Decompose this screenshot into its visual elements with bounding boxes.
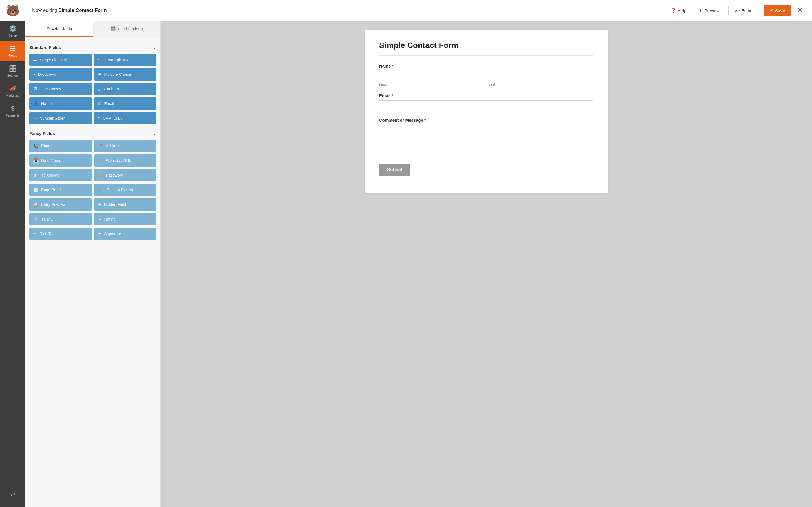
sidebar-item-settings[interactable]: 🎛️ Settings bbox=[0, 61, 26, 81]
embed-label: Embed bbox=[741, 8, 755, 13]
rich-text-icon: ✏ bbox=[33, 231, 37, 236]
sidebar-label-marketing: Marketing bbox=[6, 94, 19, 97]
payments-icon: $ bbox=[11, 105, 14, 112]
field-btn-name[interactable]: 👤 Name bbox=[29, 98, 92, 110]
tab-field-options[interactable]: 🎛️ Field Options bbox=[93, 21, 161, 37]
fields-scroll[interactable]: Standard Fields ⌄ ▬ Single Line Text ¶ P… bbox=[26, 38, 160, 507]
rich-text-label: Rich Text bbox=[40, 231, 56, 236]
sidebar-item-setup[interactable]: ⚙️ Setup bbox=[0, 21, 26, 41]
single-line-text-icon: ▬ bbox=[33, 57, 38, 62]
logo-bear-icon: 🐻 bbox=[6, 4, 19, 17]
field-btn-entry-preview[interactable]: 📋 Entry Preview bbox=[29, 198, 92, 211]
last-name-field: Last bbox=[489, 71, 594, 87]
single-line-text-label: Single Line Text bbox=[40, 58, 68, 62]
field-btn-rich-text[interactable]: ✏ Rich Text bbox=[29, 228, 92, 240]
address-label: Address bbox=[106, 144, 120, 148]
field-btn-number-slider[interactable]: ⇔ Number Slider bbox=[29, 112, 92, 124]
email-label: Email bbox=[104, 101, 114, 106]
field-btn-password[interactable]: 🔒 Password bbox=[94, 169, 157, 181]
name-row: First Last bbox=[379, 71, 594, 87]
field-btn-hidden-field[interactable]: ◈ Hidden Field bbox=[94, 198, 157, 211]
phone-label: Phone bbox=[41, 144, 52, 148]
html-label: HTML bbox=[42, 217, 53, 221]
comment-field-label: Comment or Message * bbox=[379, 118, 594, 122]
field-btn-captcha[interactable]: ? CAPTCHA bbox=[94, 112, 157, 124]
multiple-choice-label: Multiple Choice bbox=[104, 72, 132, 76]
form-divider bbox=[379, 55, 594, 56]
name-field-label: Name * bbox=[379, 64, 594, 68]
captcha-icon: ? bbox=[98, 116, 100, 121]
comment-textarea[interactable] bbox=[379, 125, 594, 153]
last-name-input[interactable] bbox=[489, 71, 594, 81]
standard-fields-toggle[interactable]: ⌄ bbox=[152, 44, 156, 50]
form-field-name: Name * First Last bbox=[379, 64, 594, 87]
field-btn-email[interactable]: ✉ Email bbox=[94, 98, 157, 110]
form-card: Simple Contact Form Name * First bbox=[365, 30, 608, 193]
preview-label: Preview bbox=[704, 8, 719, 13]
field-btn-html[interactable]: </> HTML bbox=[29, 213, 92, 225]
editing-label: Now editing Simple Contact Form bbox=[32, 8, 663, 13]
number-slider-icon: ⇔ bbox=[33, 116, 37, 121]
editing-prefix: Now editing bbox=[32, 8, 59, 13]
preview-button[interactable]: 👁 Preview bbox=[693, 6, 725, 15]
paragraph-text-label: Paragraph Text bbox=[103, 58, 130, 62]
field-btn-date-time[interactable]: 📅 Date / Time bbox=[29, 154, 92, 167]
submit-button[interactable]: Submit bbox=[379, 164, 410, 176]
paragraph-text-icon: ¶ bbox=[98, 57, 100, 62]
captcha-label: CAPTCHA bbox=[103, 116, 122, 121]
embed-button[interactable]: </> Embed bbox=[728, 6, 760, 15]
nav-logo: 🐻 bbox=[0, 0, 26, 21]
sidebar-item-undo[interactable]: ↩ bbox=[10, 487, 15, 503]
section-divider-icon: ⟶ bbox=[98, 187, 104, 192]
field-btn-multiple-choice[interactable]: ◎ Multiple Choice bbox=[94, 68, 157, 80]
first-name-input[interactable] bbox=[379, 71, 484, 81]
fancy-fields-title: Fancy Fields bbox=[29, 131, 55, 136]
undo-icon: ↩ bbox=[10, 491, 15, 499]
field-btn-dropdown[interactable]: ▾ Dropdown bbox=[29, 68, 92, 80]
field-btn-section-divider[interactable]: ⟶ Section Divider bbox=[94, 184, 157, 196]
fancy-fields-grid: 📞 Phone 📍 Address 📅 Date / Time 🔗 Websit… bbox=[29, 140, 156, 240]
sidebar-label-setup: Setup bbox=[9, 34, 17, 37]
email-input[interactable] bbox=[379, 100, 594, 111]
numbers-icon: # bbox=[98, 87, 100, 92]
number-slider-label: Number Slider bbox=[40, 116, 64, 121]
marketing-icon: 📣 bbox=[9, 85, 17, 93]
sidebar-item-payments[interactable]: $ Payments bbox=[0, 101, 26, 121]
multiple-choice-icon: ◎ bbox=[98, 72, 102, 77]
email-required-star: * bbox=[392, 93, 393, 98]
hidden-field-icon: ◈ bbox=[98, 202, 101, 207]
help-button[interactable]: ❓ Help bbox=[667, 6, 690, 15]
email-label-text: Email bbox=[379, 93, 391, 98]
field-btn-rating[interactable]: ★ Rating bbox=[94, 213, 157, 225]
sidebar-item-fields[interactable]: ☰ Fields bbox=[0, 41, 26, 61]
form-field-comment: Comment or Message * bbox=[379, 118, 594, 154]
name-label: Name bbox=[41, 101, 52, 106]
email-icon: ✉ bbox=[98, 101, 102, 106]
field-btn-phone[interactable]: 📞 Phone bbox=[29, 140, 92, 152]
checkboxes-icon: ☑ bbox=[33, 87, 37, 92]
sidebar-item-marketing[interactable]: 📣 Marketing bbox=[0, 81, 26, 101]
preview-icon: 👁 bbox=[698, 8, 703, 13]
tab-add-fields[interactable]: ⊞ Add Fields bbox=[26, 21, 93, 37]
fancy-fields-toggle[interactable]: ⌄ bbox=[152, 130, 156, 136]
close-button[interactable]: ✕ bbox=[795, 5, 805, 16]
field-options-tab-label: Field Options bbox=[118, 26, 143, 31]
name-required-star: * bbox=[392, 64, 394, 68]
first-name-sublabel: First bbox=[379, 82, 484, 87]
field-btn-file-upload[interactable]: ⬆ File Upload bbox=[29, 169, 92, 181]
dropdown-label: Dropdown bbox=[38, 72, 56, 76]
field-btn-page-break[interactable]: 📄 Page Break bbox=[29, 184, 92, 196]
section-divider-label: Section Divider bbox=[107, 187, 133, 192]
password-label: Password bbox=[106, 173, 123, 177]
page-break-icon: 📄 bbox=[33, 187, 39, 192]
field-btn-signature[interactable]: ✒ Signature bbox=[94, 228, 157, 240]
field-btn-address[interactable]: 📍 Address bbox=[94, 140, 157, 152]
field-btn-numbers[interactable]: # Numbers bbox=[94, 83, 157, 95]
field-btn-checkboxes[interactable]: ☑ Checkboxes bbox=[29, 83, 92, 95]
save-button[interactable]: ✓ Save bbox=[763, 5, 791, 16]
date-time-icon: 📅 bbox=[33, 158, 39, 163]
field-btn-single-line-text[interactable]: ▬ Single Line Text bbox=[29, 54, 92, 66]
page-break-label: Page Break bbox=[41, 187, 62, 192]
field-btn-website-url[interactable]: 🔗 Website / URL bbox=[94, 154, 157, 167]
field-btn-paragraph-text[interactable]: ¶ Paragraph Text bbox=[94, 54, 157, 66]
